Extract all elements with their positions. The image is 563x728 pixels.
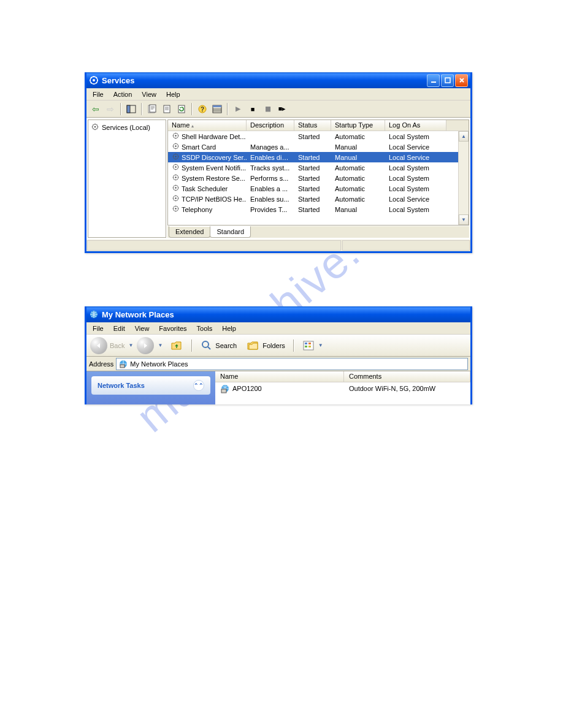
views-dropdown-icon[interactable]: ▼	[318, 343, 323, 348]
svg-point-23	[175, 166, 176, 167]
service-startup: Automatic	[331, 164, 385, 172]
network-list: Name Comments APO1200 Outdoor WiFi-N, 5G…	[215, 371, 470, 404]
export-list-icon[interactable]	[160, 102, 174, 116]
table-row[interactable]: Shell Hardware Det...StartedAutomaticLoc…	[168, 131, 469, 142]
table-row[interactable]: Task SchedulerEnables a ...StartedAutoma…	[168, 183, 469, 194]
views-button[interactable]: ▼	[299, 340, 328, 351]
col-startup-type[interactable]: Startup Type	[331, 120, 385, 131]
start-service-icon[interactable]: ▶	[231, 102, 245, 116]
vertical-scrollbar[interactable]: ▲ ▼	[458, 131, 469, 225]
list-item[interactable]: APO1200 Outdoor WiFi-N, 5G, 200mW	[215, 382, 470, 395]
forward-dropdown-icon[interactable]: ▼	[158, 343, 163, 348]
service-name: Shell Hardware Det...	[182, 133, 246, 140]
pause-service-icon[interactable]: ▮▮	[261, 102, 274, 116]
menu-file[interactable]: File	[89, 89, 107, 99]
col-log-on-as[interactable]: Log On As	[385, 120, 446, 131]
refresh-icon[interactable]	[175, 102, 188, 116]
address-globe-icon	[118, 359, 128, 369]
service-logon: Local Service	[385, 154, 446, 161]
maximize-button[interactable]	[441, 74, 454, 87]
service-startup: Automatic	[331, 185, 385, 192]
scroll-up-icon[interactable]: ▲	[459, 131, 469, 142]
service-startup: Manual	[331, 143, 385, 151]
address-input[interactable]: My Network Places	[116, 358, 468, 370]
network-tasks-header[interactable]: Network Tasks ⌃⌃	[91, 376, 210, 395]
svg-point-33	[202, 341, 209, 347]
svg-point-19	[175, 145, 176, 146]
services-toolbar: ⇦ ⇨ ? ▶ ■ ▮▮ ■▸	[86, 100, 470, 118]
service-icon	[172, 194, 180, 203]
tab-standard[interactable]: Standard	[210, 226, 251, 238]
menu-view[interactable]: View	[131, 324, 153, 333]
stop-service-icon[interactable]: ■	[246, 102, 259, 116]
col-name[interactable]: Name	[215, 371, 344, 382]
table-row[interactable]: TCP/IP NetBIOS He...Enables su...Started…	[168, 194, 469, 204]
network-toolbar: Back ▼ ▼ Search Folders ▼	[86, 335, 470, 357]
properties-icon[interactable]	[145, 102, 159, 116]
menu-favorites[interactable]: Favorites	[155, 324, 190, 333]
services-tree[interactable]: Services (Local)	[88, 119, 166, 238]
menu-file[interactable]: File	[89, 324, 107, 333]
service-icon	[172, 163, 180, 172]
menu-help[interactable]: Help	[163, 89, 184, 99]
svg-rect-42	[221, 389, 226, 393]
service-name: Smart Card	[182, 143, 216, 151]
svg-point-29	[175, 197, 176, 199]
svg-rect-3	[445, 78, 450, 83]
service-icon	[172, 142, 180, 151]
service-logon: Local System	[385, 185, 446, 192]
help-icon[interactable]: ?	[196, 102, 209, 116]
col-status[interactable]: Status	[294, 120, 331, 131]
svg-rect-37	[305, 346, 307, 347]
search-button[interactable]: Search	[197, 339, 240, 352]
service-description: Tracks syst...	[247, 164, 294, 172]
details-view-icon[interactable]	[210, 102, 224, 116]
menu-view[interactable]: View	[138, 89, 160, 99]
col-description[interactable]: Description	[247, 120, 294, 131]
services-tree-icon	[91, 123, 99, 132]
col-name[interactable]: Name ▴	[168, 120, 247, 131]
col-comments[interactable]: Comments	[344, 371, 470, 382]
svg-rect-13	[213, 105, 221, 107]
menu-edit[interactable]: Edit	[110, 324, 129, 333]
tab-extended[interactable]: Extended	[169, 226, 210, 238]
close-button[interactable]	[455, 74, 468, 87]
table-row[interactable]: TelephonyProvides T...StartedManualLocal…	[168, 204, 469, 214]
service-startup: Automatic	[331, 195, 385, 203]
service-name: System Event Notifi...	[182, 164, 246, 172]
collapse-icon[interactable]: ⌃⌃	[193, 380, 204, 391]
menu-tools[interactable]: Tools	[193, 324, 216, 333]
network-title: My Network Places	[102, 310, 174, 319]
service-icon	[172, 184, 180, 193]
forward-button[interactable]	[137, 337, 154, 354]
scroll-down-icon[interactable]: ▼	[459, 214, 469, 225]
svg-point-31	[175, 208, 176, 209]
forward-icon[interactable]: ⇨	[104, 102, 117, 116]
show-hide-tree-icon[interactable]	[124, 102, 138, 116]
service-description: Provides T...	[247, 206, 294, 213]
restart-service-icon[interactable]: ■▸	[275, 102, 289, 116]
table-row[interactable]: SSDP Discovery Ser...Enables dis...Start…	[168, 152, 469, 162]
table-row[interactable]: System Event Notifi...Tracks syst...Star…	[168, 162, 469, 173]
back-icon[interactable]: ⇦	[89, 102, 102, 116]
up-folder-icon[interactable]	[170, 338, 183, 353]
service-name: System Restore Se...	[182, 175, 245, 182]
services-menubar: File Action View Help	[86, 88, 470, 100]
network-titlebar[interactable]: My Network Places	[86, 306, 470, 322]
back-dropdown-icon[interactable]: ▼	[128, 343, 133, 348]
table-row[interactable]: Smart CardManages a...ManualLocal Servic…	[168, 142, 469, 152]
services-window: Services File Action View Help ⇦ ⇨ ? ▶ ■…	[85, 72, 472, 253]
folders-button[interactable]: Folders	[243, 339, 289, 352]
svg-rect-7	[150, 105, 156, 112]
table-row[interactable]: System Restore Se...Performs s...Started…	[168, 173, 469, 183]
network-menubar: File Edit View Favorites Tools Help	[86, 322, 470, 335]
tree-item-services-local[interactable]: Services (Local)	[91, 123, 163, 132]
svg-point-17	[175, 135, 176, 136]
back-button[interactable]	[90, 337, 107, 354]
menu-action[interactable]: Action	[110, 89, 136, 99]
services-titlebar[interactable]: Services	[86, 72, 470, 88]
menu-help[interactable]: Help	[218, 324, 240, 333]
minimize-button[interactable]	[427, 74, 440, 87]
svg-rect-36	[308, 343, 311, 344]
address-bar: Address My Network Places	[86, 357, 470, 371]
